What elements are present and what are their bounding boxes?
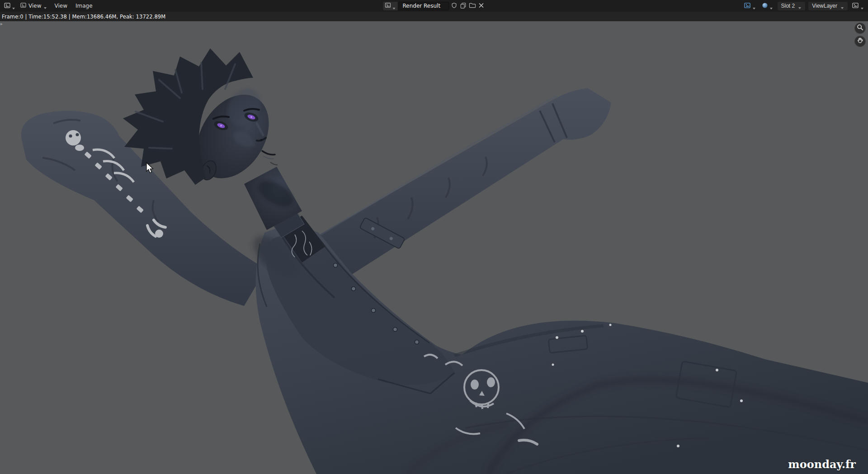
folder-icon xyxy=(469,2,476,10)
x-icon xyxy=(479,3,484,9)
mode-dropdown-label: View xyxy=(28,3,41,9)
chevron-down-icon xyxy=(752,5,756,7)
view-layer-dropdown[interactable]: ViewLayer xyxy=(808,2,848,10)
canvas-nav-buttons xyxy=(855,23,865,47)
menu-view-label: View xyxy=(54,3,67,9)
display-channels-dropdown[interactable] xyxy=(851,1,865,11)
chevron-down-icon xyxy=(43,5,47,7)
view-layer-dropdown-label: ViewLayer xyxy=(812,3,837,9)
image-name-value: Render Result xyxy=(403,3,441,9)
pan-button[interactable] xyxy=(855,36,865,47)
image-editor-canvas[interactable]: ▸ moonday.fr xyxy=(0,21,868,474)
chevron-down-icon xyxy=(840,5,844,7)
chevron-down-icon xyxy=(860,5,864,7)
menu-image[interactable]: Image xyxy=(72,1,96,10)
image-name-field[interactable]: Render Result xyxy=(399,2,449,10)
render-result-image xyxy=(0,21,868,474)
menu-view[interactable]: View xyxy=(51,1,71,10)
chevron-down-icon xyxy=(12,5,15,7)
new-image-button[interactable] xyxy=(459,2,467,10)
hand-icon xyxy=(857,37,863,46)
image-icon xyxy=(20,2,26,9)
sphere-icon xyxy=(762,2,768,10)
browse-image-button[interactable] xyxy=(383,2,398,10)
image-editor-header: View View Image Render Result xyxy=(0,0,868,12)
chevron-down-icon xyxy=(392,5,396,7)
render-image-icon xyxy=(744,2,751,10)
figure-right-arm xyxy=(294,88,611,287)
render-figure xyxy=(21,48,868,474)
magnifier-icon xyxy=(857,24,863,33)
slot-dropdown-label: Slot 2 xyxy=(781,3,795,9)
fake-user-button[interactable] xyxy=(450,2,458,10)
chevron-down-icon xyxy=(769,5,773,7)
editor-type-button[interactable] xyxy=(3,1,17,11)
open-image-button[interactable] xyxy=(468,2,477,10)
display-sphere-dropdown[interactable] xyxy=(760,1,774,11)
render-display-dropdown[interactable] xyxy=(743,1,757,11)
slot-dropdown[interactable]: Slot 2 xyxy=(778,2,806,10)
mouse-cursor xyxy=(146,162,156,174)
shield-icon xyxy=(451,2,458,10)
image-channels-icon xyxy=(852,2,859,10)
render-stats-text: Frame:0 | Time:15:52.38 | Mem:13686.46M,… xyxy=(2,14,165,20)
mode-dropdown[interactable]: View xyxy=(18,1,50,10)
zoom-button[interactable] xyxy=(855,23,865,33)
unlink-image-button[interactable] xyxy=(478,2,485,10)
image-editor-icon xyxy=(4,2,10,10)
render-status-bar: Frame:0 | Time:15:52.38 | Mem:13686.46M,… xyxy=(0,12,868,21)
watermark-text: moonday.fr xyxy=(788,458,856,471)
toolbar-toggle-arrow[interactable]: ▸ xyxy=(0,22,3,26)
menu-image-label: Image xyxy=(75,3,93,9)
chevron-down-icon xyxy=(798,5,802,7)
new-image-icon xyxy=(460,2,467,10)
browse-image-icon xyxy=(385,2,391,9)
